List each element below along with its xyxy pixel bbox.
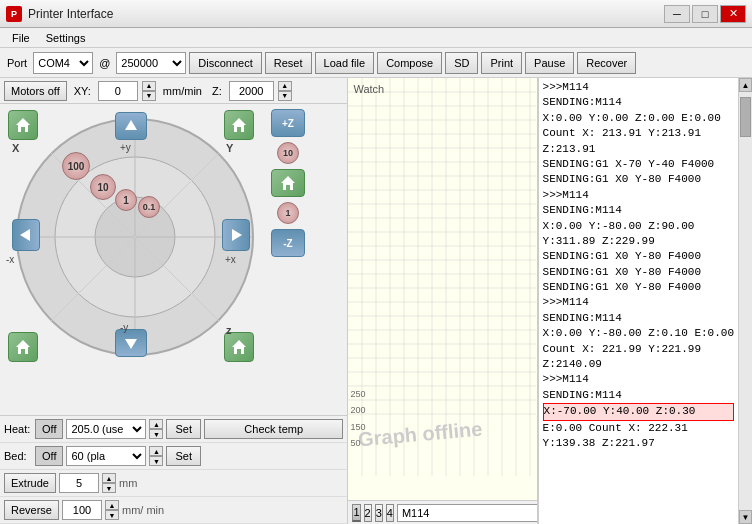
scroll-down-btn[interactable]: ▼ [739,510,752,524]
extrude-input[interactable] [59,473,99,493]
xy-input[interactable] [98,81,138,101]
z-step-10[interactable]: 10 [277,142,299,164]
print-button[interactable]: Print [481,52,522,74]
bed-set-button[interactable]: Set [166,446,201,466]
home-x-button[interactable] [8,110,38,140]
home-y-button[interactable] [224,110,254,140]
log-line: SENDING:G1 X0 Y-80 F4000 [543,172,734,187]
port-select[interactable]: COM4 [33,52,93,74]
close-button[interactable]: ✕ [720,5,746,23]
log-area[interactable]: >>>M114SENDING:M114X:0.00 Y:0.00 Z:0.00 … [538,78,738,524]
tab-4[interactable]: 4 [386,504,394,522]
heat-spinner: ▲ ▼ [149,419,163,439]
y-axis-labels: 250 200 150 50 [348,386,365,451]
reverse-button[interactable]: Reverse [4,500,59,520]
heat-down-btn[interactable]: ▼ [149,429,163,439]
y-label-150: 150 [350,419,365,435]
home-z-button[interactable] [224,332,254,362]
at-symbol: @ [96,57,113,69]
scrollbar[interactable]: ▲ ▼ [738,78,752,524]
step-1-bubble[interactable]: 1 [115,189,137,211]
plus-x-label: +x [225,254,236,265]
z-label: Z: [209,85,225,97]
scroll-track [739,92,752,510]
sd-button[interactable]: SD [445,52,478,74]
window-title: Printer Interface [28,7,113,21]
bed-grid-area: Graph offline 250 200 150 50 Watch [348,78,536,476]
jog-minus-y-button[interactable] [115,329,147,357]
recover-button[interactable]: Recover [577,52,636,74]
z-home-btn[interactable] [271,169,305,197]
extrude-down-btn[interactable]: ▼ [102,483,116,493]
main-area: Motors off XY: ▲ ▼ mm/min Z: ▲ ▼ [0,78,752,524]
bed-row: Bed: Off 60 (pla ▲ ▼ Set [0,443,347,470]
reverse-down-btn[interactable]: ▼ [105,510,119,520]
baud-select[interactable]: 250000 [116,52,186,74]
z-input[interactable] [229,81,274,101]
menu-file[interactable]: File [4,30,38,46]
heat-up-btn[interactable]: ▲ [149,419,163,429]
pause-button[interactable]: Pause [525,52,574,74]
tab-3[interactable]: 3 [375,504,383,522]
xy-spinner: ▲ ▼ [142,81,156,101]
log-line: >>>M114 [543,372,734,387]
extrude-up-btn[interactable]: ▲ [102,473,116,483]
highlighted-log-line: X:-70.00 Y:40.00 Z:0.30 [543,403,734,420]
heat-label: Heat: [4,423,32,435]
bed-off-button[interactable]: Off [35,446,63,466]
menu-settings[interactable]: Settings [38,30,94,46]
y-label-250: 250 [350,386,365,402]
home-all-button[interactable] [8,332,38,362]
scroll-thumb[interactable] [740,97,751,137]
z-minus-button[interactable]: -Z [271,229,305,257]
bed-down-btn[interactable]: ▼ [149,456,163,466]
command-input[interactable] [397,504,538,522]
step-10-bubble[interactable]: 10 [90,174,116,200]
tab-1[interactable]: 1 [352,504,360,522]
bed-up-btn[interactable]: ▲ [149,446,163,456]
heat-select[interactable]: 205.0 (use [66,419,146,439]
motors-off-button[interactable]: Motors off [4,81,67,101]
minimize-button[interactable]: ─ [664,5,690,23]
tab-2[interactable]: 2 [364,504,372,522]
app-icon: P [6,6,22,22]
x-axis-label: X [12,142,19,154]
log-line: X:0.00 Y:-80.00 Z:90.00 [543,219,734,234]
menu-bar: File Settings [0,28,752,48]
jog-minus-x-button[interactable] [12,219,40,251]
compose-button[interactable]: Compose [377,52,442,74]
reverse-up-btn[interactable]: ▲ [105,500,119,510]
log-container: >>>M114SENDING:M114X:0.00 Y:0.00 Z:0.00 … [538,78,752,524]
log-line: Z:2140.09 [543,357,734,372]
log-line: SENDING:G1 X-70 Y-40 F4000 [543,157,734,172]
xy-up-btn[interactable]: ▲ [142,81,156,91]
log-line: >>>M114 [543,295,734,310]
reset-button[interactable]: Reset [265,52,312,74]
bed-label: Bed: [4,450,32,462]
jog-plus-y-button[interactable] [115,112,147,140]
log-line: X:0.00 Y:-80.00 Z:0.10 E:0.00 [543,326,734,341]
y-label-50: 50 [350,435,365,451]
z-step-1[interactable]: 1 [277,202,299,224]
z-up-btn[interactable]: ▲ [278,81,292,91]
graph-bottom-tabs: 1 2 3 4 Send [348,500,536,524]
z-plus-button[interactable]: +Z [271,109,305,137]
step-01-bubble[interactable]: 0.1 [138,196,160,218]
log-line: Count X: 213.91 Y:213.91 [543,126,734,141]
scroll-up-btn[interactable]: ▲ [739,78,752,92]
disconnect-button[interactable]: Disconnect [189,52,261,74]
step-100-bubble[interactable]: 100 [62,152,90,180]
check-temp-button[interactable]: Check temp [204,419,343,439]
load-file-button[interactable]: Load file [315,52,375,74]
left-panel: Motors off XY: ▲ ▼ mm/min Z: ▲ ▼ [0,78,348,524]
reverse-input[interactable] [62,500,102,520]
extrude-button[interactable]: Extrude [4,473,56,493]
bed-select[interactable]: 60 (pla [66,446,146,466]
jog-plus-x-button[interactable] [222,219,250,251]
z-down-btn[interactable]: ▼ [278,91,292,101]
heat-off-button[interactable]: Off [35,419,63,439]
xy-down-btn[interactable]: ▼ [142,91,156,101]
heat-set-button[interactable]: Set [166,419,201,439]
maximize-button[interactable]: □ [692,5,718,23]
z-spinner: ▲ ▼ [278,81,292,101]
